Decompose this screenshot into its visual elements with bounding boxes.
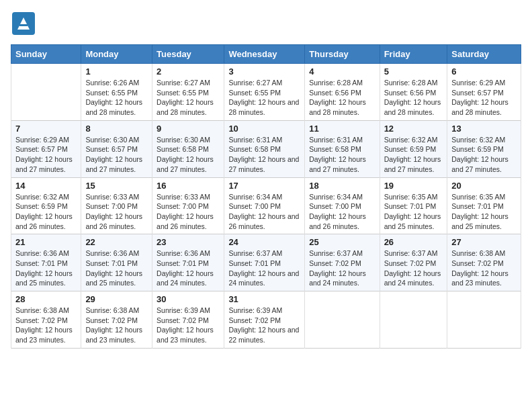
calendar-cell — [380, 291, 447, 349]
day-info: Sunrise: 6:37 AM Sunset: 7:01 PM Dayligh… — [228, 248, 300, 288]
header-thursday: Thursday — [305, 45, 380, 64]
calendar-cell: 14Sunrise: 6:32 AM Sunset: 6:59 PM Dayli… — [11, 177, 81, 234]
calendar-cell — [305, 291, 380, 349]
day-info: Sunrise: 6:33 AM Sunset: 7:00 PM Dayligh… — [157, 192, 220, 232]
calendar-cell: 29Sunrise: 6:38 AM Sunset: 7:02 PM Dayli… — [81, 291, 152, 349]
calendar-cell — [11, 64, 81, 121]
calendar-cell: 27Sunrise: 6:38 AM Sunset: 7:02 PM Dayli… — [447, 234, 521, 291]
day-number: 4 — [309, 66, 375, 77]
day-info: Sunrise: 6:29 AM Sunset: 6:57 PM Dayligh… — [15, 135, 77, 175]
day-number: 3 — [228, 66, 300, 77]
day-number: 31 — [228, 294, 300, 304]
day-info: Sunrise: 6:27 AM Sunset: 6:55 PM Dayligh… — [157, 78, 220, 118]
day-number: 27 — [451, 237, 517, 247]
calendar-cell: 26Sunrise: 6:37 AM Sunset: 7:02 PM Dayli… — [380, 234, 447, 291]
day-info: Sunrise: 6:34 AM Sunset: 7:00 PM Dayligh… — [228, 192, 300, 232]
day-number: 17 — [228, 181, 300, 191]
day-info: Sunrise: 6:34 AM Sunset: 7:00 PM Dayligh… — [309, 192, 375, 232]
calendar-cell: 6Sunrise: 6:29 AM Sunset: 6:57 PM Daylig… — [447, 64, 521, 121]
calendar-cell: 21Sunrise: 6:36 AM Sunset: 7:01 PM Dayli… — [11, 234, 81, 291]
day-info: Sunrise: 6:38 AM Sunset: 7:02 PM Dayligh… — [451, 248, 517, 288]
day-info: Sunrise: 6:31 AM Sunset: 6:58 PM Dayligh… — [228, 135, 300, 175]
day-info: Sunrise: 6:37 AM Sunset: 7:02 PM Dayligh… — [384, 248, 443, 288]
day-number: 22 — [85, 237, 148, 247]
header-wednesday: Wednesday — [224, 45, 305, 64]
day-number: 24 — [228, 237, 300, 247]
header-row: SundayMondayTuesdayWednesdayThursdayFrid… — [11, 45, 521, 64]
day-info: Sunrise: 6:37 AM Sunset: 7:02 PM Dayligh… — [309, 248, 375, 288]
day-number: 21 — [15, 237, 77, 247]
day-info: Sunrise: 6:33 AM Sunset: 7:00 PM Dayligh… — [85, 192, 148, 232]
day-number: 30 — [157, 294, 220, 304]
calendar-cell: 18Sunrise: 6:34 AM Sunset: 7:00 PM Dayli… — [305, 177, 380, 234]
day-info: Sunrise: 6:38 AM Sunset: 7:02 PM Dayligh… — [85, 306, 148, 345]
calendar-cell: 20Sunrise: 6:35 AM Sunset: 7:01 PM Dayli… — [447, 177, 521, 234]
header-friday: Friday — [380, 45, 447, 64]
calendar-cell: 17Sunrise: 6:34 AM Sunset: 7:00 PM Dayli… — [224, 177, 305, 234]
day-info: Sunrise: 6:28 AM Sunset: 6:56 PM Dayligh… — [384, 78, 443, 118]
calendar-cell: 10Sunrise: 6:31 AM Sunset: 6:58 PM Dayli… — [224, 120, 305, 177]
day-info: Sunrise: 6:32 AM Sunset: 6:59 PM Dayligh… — [15, 192, 77, 232]
calendar-body: 1Sunrise: 6:26 AM Sunset: 6:55 PM Daylig… — [11, 64, 521, 349]
week-row-1: 1Sunrise: 6:26 AM Sunset: 6:55 PM Daylig… — [11, 64, 521, 121]
day-info: Sunrise: 6:36 AM Sunset: 7:01 PM Dayligh… — [85, 248, 148, 288]
week-row-2: 7Sunrise: 6:29 AM Sunset: 6:57 PM Daylig… — [11, 120, 521, 177]
day-number: 7 — [15, 124, 77, 134]
header-sunday: Sunday — [11, 45, 81, 64]
calendar-cell: 24Sunrise: 6:37 AM Sunset: 7:01 PM Dayli… — [224, 234, 305, 291]
calendar-cell — [447, 291, 521, 349]
week-row-5: 28Sunrise: 6:38 AM Sunset: 7:02 PM Dayli… — [11, 291, 521, 349]
day-number: 15 — [85, 181, 148, 191]
day-info: Sunrise: 6:39 AM Sunset: 7:02 PM Dayligh… — [157, 306, 220, 345]
day-info: Sunrise: 6:32 AM Sunset: 6:59 PM Dayligh… — [384, 135, 443, 175]
day-number: 8 — [85, 124, 148, 134]
day-info: Sunrise: 6:30 AM Sunset: 6:58 PM Dayligh… — [157, 135, 220, 175]
day-number: 26 — [384, 237, 443, 247]
day-number: 20 — [451, 181, 517, 191]
day-info: Sunrise: 6:39 AM Sunset: 7:02 PM Dayligh… — [228, 306, 300, 345]
logo-icon — [11, 11, 36, 36]
day-number: 11 — [309, 124, 375, 134]
day-number: 1 — [85, 66, 148, 77]
calendar-cell: 4Sunrise: 6:28 AM Sunset: 6:56 PM Daylig… — [305, 64, 380, 121]
day-info: Sunrise: 6:27 AM Sunset: 6:55 PM Dayligh… — [228, 78, 300, 118]
calendar-cell: 2Sunrise: 6:27 AM Sunset: 6:55 PM Daylig… — [152, 64, 224, 121]
calendar-cell: 1Sunrise: 6:26 AM Sunset: 6:55 PM Daylig… — [81, 64, 152, 121]
calendar-cell: 30Sunrise: 6:39 AM Sunset: 7:02 PM Dayli… — [152, 291, 224, 349]
day-info: Sunrise: 6:35 AM Sunset: 7:01 PM Dayligh… — [384, 192, 443, 232]
calendar-cell: 3Sunrise: 6:27 AM Sunset: 6:55 PM Daylig… — [224, 64, 305, 121]
calendar-cell: 7Sunrise: 6:29 AM Sunset: 6:57 PM Daylig… — [11, 120, 81, 177]
calendar-cell: 11Sunrise: 6:31 AM Sunset: 6:58 PM Dayli… — [305, 120, 380, 177]
day-info: Sunrise: 6:32 AM Sunset: 6:59 PM Dayligh… — [451, 135, 517, 175]
logo — [11, 11, 39, 36]
calendar-header: SundayMondayTuesdayWednesdayThursdayFrid… — [11, 45, 521, 64]
calendar-cell: 25Sunrise: 6:37 AM Sunset: 7:02 PM Dayli… — [305, 234, 380, 291]
page-header — [11, 11, 521, 36]
day-number: 2 — [157, 66, 220, 77]
day-info: Sunrise: 6:28 AM Sunset: 6:56 PM Dayligh… — [309, 78, 375, 118]
day-number: 12 — [384, 124, 443, 134]
calendar-cell: 23Sunrise: 6:36 AM Sunset: 7:01 PM Dayli… — [152, 234, 224, 291]
day-info: Sunrise: 6:26 AM Sunset: 6:55 PM Dayligh… — [85, 78, 148, 118]
day-info: Sunrise: 6:31 AM Sunset: 6:58 PM Dayligh… — [309, 135, 375, 175]
day-number: 28 — [15, 294, 77, 304]
day-number: 19 — [384, 181, 443, 191]
header-monday: Monday — [81, 45, 152, 64]
day-number: 18 — [309, 181, 375, 191]
calendar-cell: 13Sunrise: 6:32 AM Sunset: 6:59 PM Dayli… — [447, 120, 521, 177]
day-info: Sunrise: 6:36 AM Sunset: 7:01 PM Dayligh… — [157, 248, 220, 288]
day-number: 16 — [157, 181, 220, 191]
day-number: 9 — [157, 124, 220, 134]
week-row-3: 14Sunrise: 6:32 AM Sunset: 6:59 PM Dayli… — [11, 177, 521, 234]
day-number: 5 — [384, 66, 443, 77]
day-number: 14 — [15, 181, 77, 191]
day-number: 23 — [157, 237, 220, 247]
header-saturday: Saturday — [447, 45, 521, 64]
calendar-cell: 31Sunrise: 6:39 AM Sunset: 7:02 PM Dayli… — [224, 291, 305, 349]
day-number: 10 — [228, 124, 300, 134]
calendar-cell: 8Sunrise: 6:30 AM Sunset: 6:57 PM Daylig… — [81, 120, 152, 177]
svg-rect-2 — [19, 24, 28, 26]
calendar-cell: 5Sunrise: 6:28 AM Sunset: 6:56 PM Daylig… — [380, 64, 447, 121]
header-tuesday: Tuesday — [152, 45, 224, 64]
day-info: Sunrise: 6:36 AM Sunset: 7:01 PM Dayligh… — [15, 248, 77, 288]
